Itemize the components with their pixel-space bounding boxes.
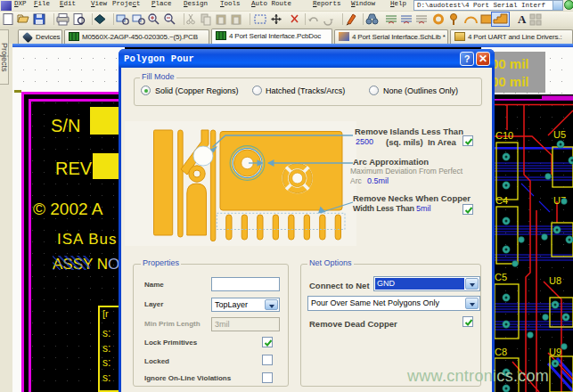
svg-text:A: A <box>518 12 527 26</box>
svg-text:U8: U8 <box>549 275 561 286</box>
svg-text:U5: U5 <box>553 129 566 140</box>
svg-text:C4: C4 <box>495 195 508 206</box>
svg-text:C5: C5 <box>495 272 507 282</box>
svg-text:U9: U9 <box>549 347 561 357</box>
svg-text:C10: C10 <box>495 130 513 141</box>
svg-text:C8: C8 <box>495 347 507 357</box>
